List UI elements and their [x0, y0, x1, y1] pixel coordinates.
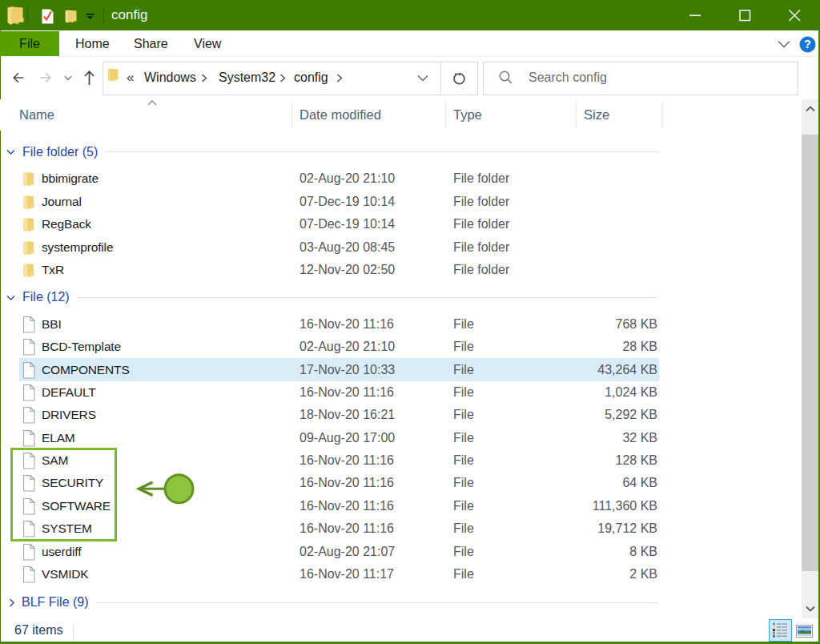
svg-text:?: ?	[804, 38, 811, 50]
